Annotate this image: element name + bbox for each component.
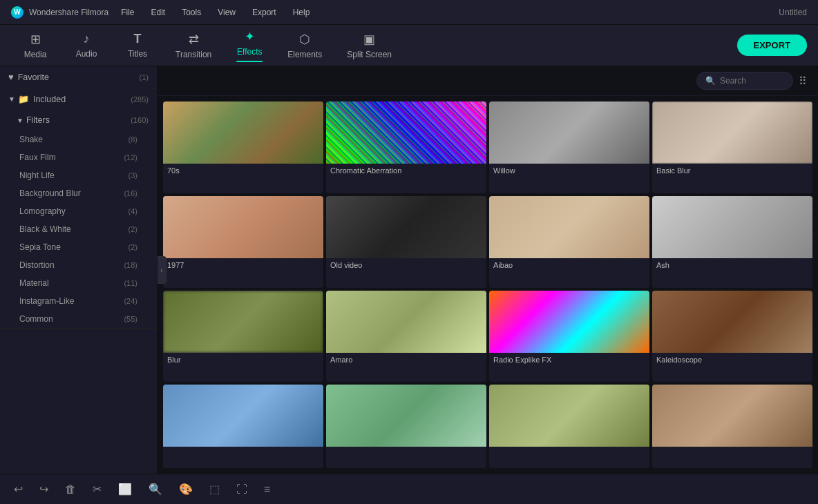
toolbar-split-screen[interactable]: ▣ Split Screen <box>336 28 403 64</box>
window-title: Untitled <box>779 8 807 17</box>
toolbar-split-screen-label: Split Screen <box>347 50 392 59</box>
effect-item[interactable] <box>652 385 812 468</box>
sidebar-toggle[interactable]: ‹ <box>158 256 167 284</box>
effect-thumbnail <box>652 291 812 353</box>
sidebar-item-night-life[interactable]: Night Life (3) <box>0 166 157 184</box>
thumbnail-image <box>163 291 323 353</box>
frame-button[interactable]: ⬚ <box>207 480 222 498</box>
color-button[interactable]: 🎨 <box>176 480 196 498</box>
crop-button[interactable]: ⬜ <box>115 480 135 498</box>
thumbnail-image <box>163 101 323 164</box>
zoom-button[interactable]: 🔍 <box>146 480 165 498</box>
black-white-count: (2) <box>129 225 137 233</box>
effect-item[interactable] <box>489 385 649 468</box>
titles-icon: T <box>134 32 142 46</box>
toolbar-transition-label: Transition <box>175 50 211 59</box>
effect-item[interactable]: Chromatic Aberration <box>326 101 486 193</box>
menu-tools[interactable]: Tools <box>175 5 208 20</box>
effect-item[interactable] <box>163 385 323 468</box>
lomography-label: Lomography <box>19 206 129 216</box>
thumbnail-image <box>489 101 649 164</box>
undo-button[interactable]: ↩ <box>11 480 26 498</box>
toolbar-media[interactable]: ⊞ Media <box>11 28 59 64</box>
effect-thumbnail <box>163 291 323 353</box>
sidebar-item-shake[interactable]: Shake (8) <box>0 130 157 148</box>
effect-label: Blur <box>163 353 323 367</box>
effect-item[interactable]: 1977 <box>163 196 323 288</box>
search-input[interactable] <box>720 76 775 86</box>
sidebar-item-faux-film[interactable]: Faux Film (12) <box>0 148 157 166</box>
grid-view-icon[interactable]: ⠿ <box>799 75 807 88</box>
effect-item[interactable]: Ash <box>652 196 812 288</box>
menu-view[interactable]: View <box>211 5 242 20</box>
redo-button[interactable]: ↪ <box>37 480 51 498</box>
distortion-label: Distortion <box>19 260 124 270</box>
toolbar-audio[interactable]: ♪ Audio <box>62 28 111 63</box>
effect-label: Kaleidoscope <box>652 353 812 367</box>
thumbnail-image <box>652 291 812 353</box>
menu-help[interactable]: Help <box>286 5 317 20</box>
effect-item[interactable]: Radio Explike FX <box>489 291 649 382</box>
sidebar-item-filters[interactable]: ▼ Filters (160) <box>0 110 157 130</box>
sidebar-item-instagram-like[interactable]: Instagram-Like (24) <box>0 292 157 310</box>
menu-export[interactable]: Export <box>245 5 283 20</box>
sidebar-item-material[interactable]: Material (11) <box>0 274 157 292</box>
effect-item[interactable]: Aibao <box>489 196 649 288</box>
thumbnail-image <box>326 196 486 258</box>
toolbar-elements[interactable]: ⬡ Elements <box>276 28 333 64</box>
sidebar-item-lomography[interactable]: Lomography (4) <box>0 202 157 220</box>
thumbnail-image <box>652 101 812 164</box>
export-button[interactable]: EXPORT <box>737 35 807 56</box>
effect-thumbnail <box>163 385 323 447</box>
effect-label: Ash <box>652 258 812 272</box>
toolbar-effects[interactable]: ✦ Effects <box>225 25 274 66</box>
effect-thumbnail <box>163 196 323 258</box>
settings-button[interactable]: ≡ <box>261 481 273 498</box>
menu-edit[interactable]: Edit <box>144 5 173 20</box>
content-area: ‹ 🔍 ⠿ 70sChromatic AberrationWillowBasic… <box>158 66 818 474</box>
sidebar-item-included[interactable]: ▼ 📁 Included (285) <box>0 88 157 110</box>
shake-count: (8) <box>129 135 137 144</box>
sidebar-item-common[interactable]: Common (55) <box>0 310 157 328</box>
toolbar-titles[interactable]: T Titles <box>113 28 162 63</box>
thumbnail-image <box>652 196 812 258</box>
sidebar-section-favorite: ♥ Favorite (1) <box>0 66 157 88</box>
sidebar-item-distortion[interactable]: Distortion (18) <box>0 256 157 274</box>
thumbnail-image <box>489 291 649 353</box>
lomography-count: (4) <box>129 207 137 215</box>
menu-file[interactable]: File <box>114 5 141 20</box>
app-name: Wondershare Filmora <box>29 8 108 17</box>
sidebar-item-sepia-tone[interactable]: Sepia Tone (2) <box>0 238 157 256</box>
fullscreen-button[interactable]: ⛶ <box>234 481 250 498</box>
sidebar-item-favorite[interactable]: ♥ Favorite (1) <box>0 66 157 88</box>
effect-item[interactable]: Amaro <box>326 291 486 382</box>
material-label: Material <box>19 278 124 288</box>
effect-item[interactable]: Kaleidoscope <box>652 291 812 382</box>
favorite-icon: ♥ <box>8 72 14 82</box>
cut-button[interactable]: ✂ <box>90 480 104 498</box>
effect-item[interactable] <box>326 385 486 468</box>
toolbar-transition[interactable]: ⇄ Transition <box>164 28 222 64</box>
effect-item[interactable]: Blur <box>163 291 323 382</box>
background-blur-label: Background Blur <box>19 188 124 198</box>
sidebar-item-background-blur[interactable]: Background Blur (16) <box>0 184 157 202</box>
effect-item[interactable]: Willow <box>489 101 649 193</box>
sidebar-item-black-white[interactable]: Black & White (2) <box>0 220 157 238</box>
common-label: Common <box>19 314 124 324</box>
instagram-like-count: (24) <box>124 297 137 305</box>
search-box[interactable]: 🔍 <box>696 72 793 90</box>
folder-icon: 📁 <box>18 94 29 104</box>
effect-item[interactable]: Basic Blur <box>652 101 812 193</box>
thumbnail-image <box>326 101 486 164</box>
effect-item[interactable]: Old video <box>326 196 486 288</box>
effect-thumbnail <box>163 101 323 164</box>
material-count: (11) <box>124 279 137 287</box>
effect-label <box>326 447 486 452</box>
effect-item[interactable]: 70s <box>163 101 323 193</box>
toolbar-titles-label: Titles <box>128 49 147 59</box>
delete-button[interactable]: 🗑 <box>62 481 79 498</box>
favorite-label: Favorite <box>18 72 140 82</box>
sepia-tone-label: Sepia Tone <box>19 242 129 252</box>
search-icon: 🔍 <box>705 76 716 86</box>
effect-label: 1977 <box>163 258 323 272</box>
